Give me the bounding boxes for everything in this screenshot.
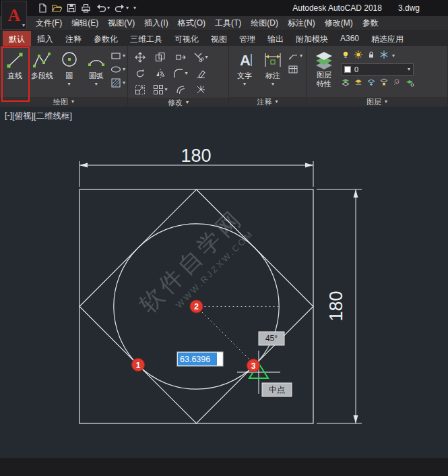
scale-icon <box>135 84 146 95</box>
dimension-label: 标注 <box>265 71 280 81</box>
tab-3d-tools[interactable]: 三维工具 <box>124 31 168 46</box>
chevron-down-icon: ▾ <box>205 55 207 60</box>
panel-layers: 图层 特性 <box>307 46 448 107</box>
command-line-bar[interactable] <box>0 458 448 476</box>
tab-output[interactable]: 输出 <box>261 31 290 46</box>
redo-arrow-icon <box>115 3 125 13</box>
text-button[interactable]: A 文字 ▾ <box>231 48 258 97</box>
tab-home[interactable]: 默认 <box>3 31 31 46</box>
layer-on-button[interactable] <box>341 50 350 61</box>
tab-addins[interactable]: 附加模块 <box>290 31 334 46</box>
line-button[interactable]: 直线 <box>2 48 28 97</box>
chevron-down-icon: ▾ <box>271 82 274 87</box>
erase-button[interactable] <box>195 68 206 79</box>
layer-walk-icon <box>405 78 414 87</box>
chevron-down-icon: ▾ <box>123 80 125 86</box>
dynamic-input-field[interactable]: 63.6396 <box>177 352 223 366</box>
rectangle-button[interactable]: ▾ <box>110 51 125 61</box>
move-button[interactable] <box>135 52 146 63</box>
leader-button[interactable]: ▾ <box>288 51 302 61</box>
circle-label: 圆 <box>65 71 73 81</box>
arc-button[interactable]: 圆弧 ▾ <box>84 48 109 97</box>
ellipse-button[interactable]: ▾ <box>110 64 125 75</box>
menu-view[interactable]: 视图(V) <box>103 16 139 30</box>
tab-a360[interactable]: A360 <box>334 31 365 46</box>
model-space-canvas[interactable]: [-] [俯视] [二维线框] 软件自学网 WWW.RJZXW.COM <box>0 107 448 458</box>
save-button[interactable] <box>67 3 76 13</box>
array-button[interactable]: ▾ <box>153 84 167 95</box>
fillet-button[interactable]: ▾ <box>173 68 187 79</box>
menu-parametric[interactable]: 参数 <box>358 16 383 30</box>
polyline-icon <box>32 50 52 70</box>
layer-freeze-tool-button[interactable] <box>366 78 376 89</box>
dimension-button[interactable]: 标注 ▾ <box>259 48 286 97</box>
stretch-button[interactable] <box>175 52 186 63</box>
osnap-tooltip-value: 中点 <box>269 385 285 394</box>
tab-insert[interactable]: 插入 <box>31 31 59 46</box>
layer-properties-icon <box>314 50 334 70</box>
chevron-down-icon: ▾ <box>385 99 387 105</box>
layer-lock-tool-button[interactable] <box>379 78 389 89</box>
menu-modify[interactable]: 修改(M) <box>320 16 358 30</box>
panel-title-draw[interactable]: 绘图 ▾ <box>0 97 127 107</box>
tab-view[interactable]: 视图 <box>205 31 233 46</box>
leader-icon <box>288 51 298 61</box>
layer-unlock-button[interactable] <box>366 50 376 61</box>
mirror-button[interactable] <box>155 68 166 79</box>
layer-isolate-button[interactable] <box>354 78 363 89</box>
undo-button[interactable]: ▾ <box>96 3 110 13</box>
qat-customize-button[interactable]: ▾ <box>133 5 136 11</box>
rotate-button[interactable] <box>135 68 146 79</box>
app-menu-button[interactable]: A ▾ <box>1 1 27 30</box>
tab-visualize[interactable]: 可视化 <box>168 31 205 46</box>
menu-draw[interactable]: 绘图(D) <box>246 16 283 30</box>
tab-manage[interactable]: 管理 <box>233 31 261 46</box>
menu-insert[interactable]: 插入(I) <box>139 16 172 30</box>
copy-button[interactable] <box>155 52 166 63</box>
layer-match-button[interactable] <box>341 78 350 89</box>
plot-button[interactable] <box>81 3 91 13</box>
panel-title-modify[interactable]: 修改 ▾ <box>128 98 228 107</box>
menu-dimension[interactable]: 标注(N) <box>283 16 320 30</box>
menu-tools[interactable]: 工具(T) <box>210 16 246 30</box>
polyline-button[interactable]: 多段线 <box>29 48 55 97</box>
hatch-button[interactable]: ▾ <box>110 78 125 88</box>
panel-title-annotate[interactable]: 注释 ▾ <box>229 97 306 107</box>
table-button[interactable] <box>288 64 302 75</box>
new-file-button[interactable] <box>38 3 47 13</box>
layer-select-dropdown[interactable]: 0 ▾ <box>341 63 414 76</box>
tab-featured-apps[interactable]: 精选应用 <box>365 31 410 46</box>
tab-annotate[interactable]: 注释 <box>59 31 88 46</box>
trim-button[interactable]: ▾ <box>193 52 207 63</box>
chevron-down-icon: ▾ <box>22 22 25 28</box>
layer-freeze-button[interactable] <box>379 50 389 61</box>
menu-file[interactable]: 文件(F) <box>31 16 67 30</box>
scale-button[interactable] <box>135 84 146 95</box>
chevron-down-icon: ▾ <box>71 99 74 105</box>
panel-title-layers[interactable]: 图层 ▾ <box>307 97 447 107</box>
viewport-visual-style-control[interactable]: [二维线框] <box>34 111 72 122</box>
offset-button[interactable] <box>175 84 186 95</box>
tab-parametric[interactable]: 参数化 <box>88 31 124 46</box>
move-icon <box>135 52 146 63</box>
menu-edit[interactable]: 编辑(E) <box>67 16 103 30</box>
open-file-button[interactable] <box>52 3 62 13</box>
circle-button[interactable]: 圆 ▾ <box>57 48 82 97</box>
angle-tooltip: 45° <box>259 332 284 345</box>
drawing-svg: 软件自学网 WWW.RJZXW.COM 180 <box>0 107 448 458</box>
panel-modify: ▾ ▾ <box>128 46 229 107</box>
redo-button[interactable]: ▾ <box>115 3 129 13</box>
layer-properties-button[interactable]: 图层 特性 <box>309 48 340 97</box>
layer-thaw-button[interactable] <box>354 50 363 61</box>
explode-button[interactable] <box>195 84 206 95</box>
chevron-down-icon: ▾ <box>95 82 98 87</box>
layer-off-button[interactable] <box>392 78 402 89</box>
save-icon <box>67 3 76 13</box>
svg-text:A: A <box>240 52 251 69</box>
viewport-menu-control[interactable]: [-] <box>5 111 12 122</box>
layer-walk-button[interactable] <box>405 78 414 89</box>
viewport-view-control[interactable]: [俯视] <box>12 111 34 122</box>
panel-title-annotate-label: 注释 <box>257 97 271 107</box>
current-layer-name: 0 <box>354 65 404 73</box>
menu-format[interactable]: 格式(O) <box>173 16 210 30</box>
